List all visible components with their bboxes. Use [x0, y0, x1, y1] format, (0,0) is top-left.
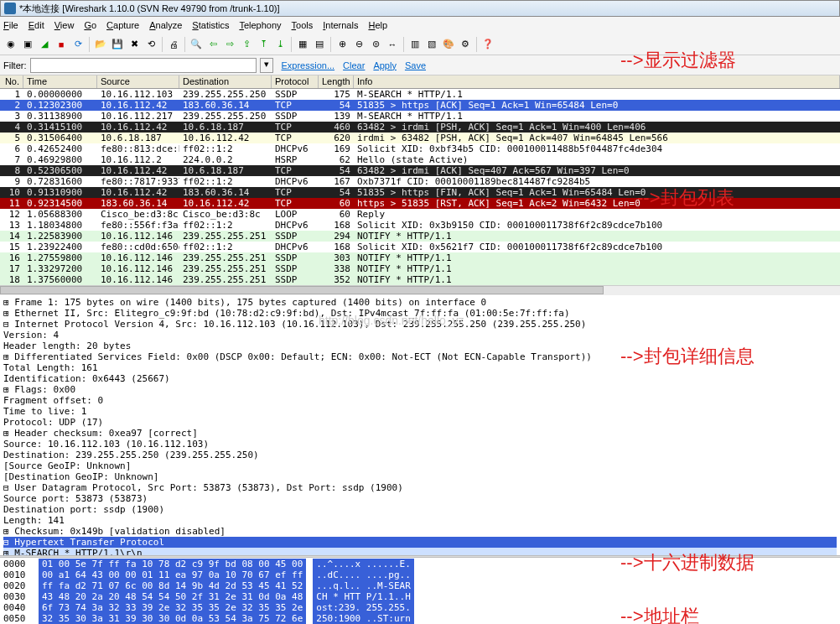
hex-row[interactable]: 001000 a1 64 43 00 00 01 11 ea 97 0a 10 … — [3, 569, 837, 580]
table-row[interactable]: 171.3329720010.16.112.146239.255.255.251… — [0, 263, 840, 274]
table-row[interactable]: 131.18034800fe80::556f:f3ac:3e3fff02::1:… — [0, 220, 840, 231]
detail-line[interactable]: ⊞ Checksum: 0x149b [validation disabled] — [3, 526, 837, 537]
table-row[interactable]: 60.42652400fe80::813:dce:b100:ff02::1:2D… — [0, 143, 840, 154]
menu-tools[interactable]: Tools — [292, 20, 314, 30]
table-row[interactable]: 70.4692980010.16.112.2224.0.0.2HSRP62Hel… — [0, 154, 840, 165]
detail-line[interactable]: ⊞ Frame 1: 175 bytes on wire (1400 bits)… — [3, 297, 837, 308]
tb-print-icon[interactable]: 🖨 — [166, 37, 181, 52]
tb-save-icon[interactable]: 💾 — [110, 37, 125, 52]
detail-line[interactable]: Source: 10.16.112.103 (10.16.112.103) — [3, 439, 837, 450]
table-row[interactable]: 20.1230230010.16.112.42183.60.36.14TCP54… — [0, 100, 840, 111]
packet-list[interactable]: 10.0000000010.16.112.103239.255.255.250S… — [0, 89, 840, 285]
tb-reload-icon[interactable]: ⟲ — [143, 37, 158, 52]
menu-go[interactable]: Go — [84, 20, 96, 30]
menu-help[interactable]: Help — [368, 20, 387, 30]
filter-apply[interactable]: Apply — [373, 60, 397, 70]
filter-clear[interactable]: Clear — [343, 60, 365, 70]
table-row[interactable]: 121.05688300Cisco_be:d3:8cCisco_be:d3:8c… — [0, 209, 840, 220]
tb-stop-icon[interactable]: ■ — [54, 37, 69, 52]
table-row[interactable]: 90.72831600fe80::7817:9337:9b2fff02::1:2… — [0, 176, 840, 187]
tb-first-icon[interactable]: ⤒ — [256, 37, 271, 52]
hex-row[interactable]: 00406f 73 74 3a 32 33 39 2e 32 35 35 2e … — [3, 602, 837, 613]
tb-zoomin-icon[interactable]: ⊕ — [334, 37, 350, 52]
detail-line[interactable]: Identification: 0x6443 (25667) — [3, 373, 837, 384]
table-row[interactable]: 80.5230650010.16.112.4210.6.18.187TCP546… — [0, 165, 840, 176]
tb-pref-icon[interactable]: ⚙ — [458, 37, 473, 52]
tb-find-icon[interactable]: 🔍 — [189, 37, 204, 52]
tb-close-icon[interactable]: ✖ — [127, 37, 142, 52]
detail-line[interactable]: Length: 141 — [3, 515, 837, 526]
detail-line[interactable]: Destination: 239.255.255.250 (239.255.25… — [3, 450, 837, 460]
detail-line[interactable]: [Source GeoIP: Unknown] — [3, 460, 837, 471]
tb-zoom11-icon[interactable]: ⊜ — [368, 37, 383, 52]
packet-details[interactable]: ⊞ Frame 1: 175 bytes on wire (1400 bits)… — [0, 295, 840, 555]
tb-open2-icon[interactable]: 📂 — [93, 37, 108, 52]
hex-row[interactable]: 000001 00 5e 7f ff fa 10 78 d2 c9 9f bd … — [3, 559, 837, 569]
menu-edit[interactable]: Edit — [29, 20, 44, 30]
detail-line[interactable]: Destination port: ssdp (1900) — [3, 504, 837, 515]
table-row[interactable]: 151.23922400fe80::cd0d:650d:787:ff02::1:… — [0, 242, 840, 252]
col-no[interactable]: No. — [0, 75, 23, 88]
col-info[interactable]: Info — [354, 75, 840, 88]
tb-goto-icon[interactable]: ⇪ — [239, 37, 254, 52]
hex-row[interactable]: 0020ff fa d2 71 07 6c 00 8d 14 9b 4d 2d … — [3, 580, 837, 591]
filter-input[interactable] — [30, 58, 257, 73]
tb-start-icon[interactable]: ◢ — [37, 37, 52, 52]
hex-pane[interactable]: 000001 00 5e 7f ff fa 10 78 d2 c9 9f bd … — [0, 558, 840, 624]
hex-row[interactable]: 003043 48 20 2a 20 48 54 54 50 2f 31 2e … — [3, 591, 837, 602]
col-dst[interactable]: Destination — [179, 75, 272, 88]
tb-last-icon[interactable]: ⤓ — [272, 37, 288, 52]
filter-expression[interactable]: Expression... — [282, 60, 335, 70]
table-row[interactable]: 40.3141510010.16.112.4210.6.18.187TCP460… — [0, 122, 840, 133]
hex-row[interactable]: 005032 35 30 3a 31 39 30 30 0d 0a 53 54 … — [3, 613, 837, 624]
table-row[interactable]: 161.2755980010.16.112.146239.255.255.251… — [0, 252, 840, 263]
detail-line[interactable]: [Destination GeoIP: Unknown] — [3, 471, 837, 482]
tb-restart-icon[interactable]: ⟳ — [70, 37, 86, 52]
tb-help-icon[interactable]: ❓ — [480, 37, 495, 52]
tb-col-icon[interactable]: 🎨 — [441, 37, 456, 52]
filter-save[interactable]: Save — [405, 60, 426, 70]
hscroll[interactable] — [0, 285, 840, 295]
tb-autoscroll-icon[interactable]: ▤ — [312, 37, 327, 52]
detail-line[interactable]: Protocol: UDP (17) — [3, 417, 837, 428]
detail-line[interactable]: Source port: 53873 (53873) — [3, 493, 837, 504]
tb-fwd-icon[interactable]: ⇨ — [222, 37, 237, 52]
menu-statistics[interactable]: Statistics — [192, 20, 229, 30]
table-row[interactable]: 181.3756000010.16.112.146239.255.255.251… — [0, 274, 840, 285]
menu-view[interactable]: View — [54, 20, 75, 30]
detail-line[interactable]: ⊟ Hypertext Transfer Protocol — [3, 537, 837, 548]
col-len[interactable]: Length — [319, 75, 354, 88]
detail-line[interactable]: Fragment offset: 0 — [3, 395, 837, 406]
table-row[interactable]: 141.2258390010.16.112.146239.255.255.251… — [0, 231, 840, 242]
detail-line[interactable]: ⊞ Flags: 0x00 — [3, 384, 837, 395]
tb-list-icon[interactable]: ◉ — [3, 37, 18, 52]
detail-line[interactable]: Header length: 20 bytes — [3, 341, 837, 351]
detail-line[interactable]: ⊞ Header checksum: 0xea97 [correct] — [3, 428, 837, 439]
filter-dropdown-icon[interactable]: ▾ — [260, 58, 273, 73]
table-row[interactable]: 110.92314500183.60.36.1410.16.112.42TCP6… — [0, 198, 840, 209]
menu-telephony[interactable]: Telephony — [239, 20, 281, 30]
tb-dispfilt-icon[interactable]: ▧ — [424, 37, 439, 52]
detail-line[interactable]: ⊞ Differentiated Services Field: 0x00 (D… — [3, 351, 837, 362]
table-row[interactable]: 10.0000000010.16.112.103239.255.255.250S… — [0, 89, 840, 100]
tb-back-icon[interactable]: ⇦ — [205, 37, 220, 52]
table-row[interactable]: 30.3113890010.16.112.217239.255.255.250S… — [0, 111, 840, 122]
menu-file[interactable]: File — [3, 20, 18, 30]
detail-line[interactable]: Version: 4 — [3, 330, 837, 341]
tb-colorize-icon[interactable]: ▦ — [295, 37, 310, 52]
col-time[interactable]: Time — [23, 75, 97, 88]
detail-line[interactable]: Total Length: 161 — [3, 362, 837, 373]
table-row[interactable]: 100.9131090010.16.112.42183.60.36.14TCP5… — [0, 187, 840, 198]
col-src[interactable]: Source — [97, 75, 179, 88]
col-proto[interactable]: Protocol — [272, 75, 319, 88]
tb-capfilt-icon[interactable]: ▥ — [407, 37, 423, 52]
tb-resize-icon[interactable]: ↔ — [385, 37, 400, 52]
detail-line[interactable]: Time to live: 1 — [3, 406, 837, 417]
detail-line[interactable]: ⊞ M-SEARCH * HTTP/1.1\r\n — [3, 548, 837, 555]
table-row[interactable]: 50.3150640010.6.18.18710.16.112.42TCP620… — [0, 133, 840, 143]
menu-capture[interactable]: Capture — [106, 20, 139, 30]
menu-analyze[interactable]: Analyze — [149, 20, 182, 30]
tb-open-icon[interactable]: ▣ — [20, 37, 35, 52]
detail-line[interactable]: ⊟ User Datagram Protocol, Src Port: 5387… — [3, 482, 837, 493]
menu-internals[interactable]: Internals — [323, 20, 358, 30]
